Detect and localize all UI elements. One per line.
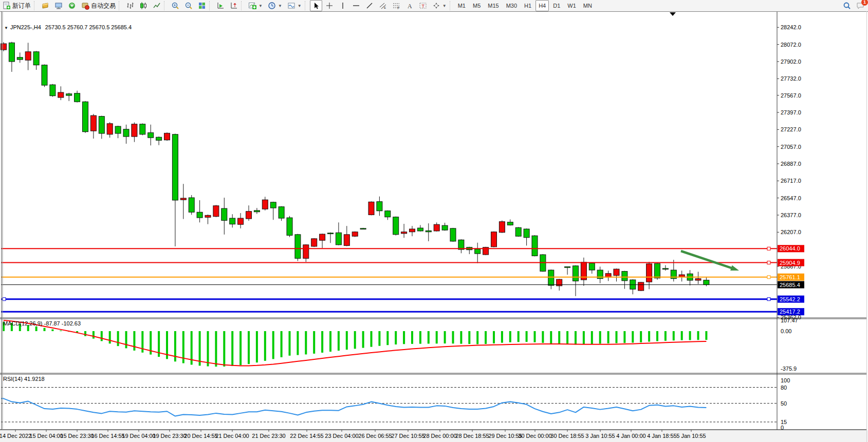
- timeframe-d1[interactable]: D1: [550, 0, 563, 11]
- symbol-dropdown-icon[interactable]: ▼: [4, 26, 8, 30]
- chevron-down-icon[interactable]: ▼: [298, 4, 302, 8]
- timeframe-m30[interactable]: M30: [503, 0, 520, 11]
- macd-bar: [338, 331, 340, 351]
- new-order-button[interactable]: 新订单: [1, 0, 33, 11]
- candle-body-down: [442, 225, 448, 230]
- timeframe-m5[interactable]: M5: [470, 0, 484, 11]
- arrows-button[interactable]: ▼: [430, 0, 449, 11]
- toolbar-separator: [241, 1, 245, 10]
- text-button[interactable]: A: [403, 0, 416, 11]
- fib-icon: F: [392, 2, 400, 10]
- toolbar-separator: [209, 1, 213, 10]
- chevron-down-icon[interactable]: ▼: [258, 4, 263, 8]
- candlestick-chart-button[interactable]: [137, 0, 150, 11]
- time-axis[interactable]: 14 Dec 202215 Dec 04:0015 Dec 23:3016 De…: [0, 430, 868, 442]
- chart-window[interactable]: 28242.028072.027902.027732.027567.027397…: [0, 11, 868, 442]
- macd-bar: [305, 331, 307, 354]
- macd-bar: [248, 331, 250, 364]
- macd-bar: [648, 331, 650, 342]
- macd-bar: [697, 331, 699, 340]
- candle-body-down: [254, 210, 260, 212]
- templates-button[interactable]: ▼: [285, 0, 304, 11]
- macd-bar: [566, 331, 568, 344]
- line-handle[interactable]: [3, 298, 6, 301]
- timeframe-mn[interactable]: MN: [580, 0, 595, 11]
- textT-icon: T: [419, 2, 427, 10]
- macd-bar: [133, 331, 135, 351]
- periods-button[interactable]: ▼: [266, 0, 284, 11]
- macd-bar: [681, 331, 683, 340]
- text-label-button[interactable]: T: [417, 0, 429, 11]
- candle-body-up: [614, 269, 619, 276]
- macd-bar: [272, 331, 274, 359]
- candle-body-up: [352, 232, 358, 236]
- candle-body-up: [647, 264, 652, 282]
- autotrading-button[interactable]: 自动交易: [79, 0, 118, 11]
- zoom-out-button[interactable]: [182, 0, 195, 11]
- search-button[interactable]: [841, 0, 853, 11]
- auto-scroll-button[interactable]: [214, 0, 227, 11]
- zoom-in-icon: [171, 2, 179, 10]
- hline-icon: [352, 2, 360, 10]
- macd-bar: [101, 331, 103, 341]
- candle-body-down: [172, 134, 178, 200]
- timeframe-h1[interactable]: H1: [521, 0, 534, 11]
- profile-button[interactable]: [52, 0, 65, 11]
- tile-windows-button[interactable]: [196, 0, 208, 11]
- price-tick-label: 26717.0: [781, 178, 801, 184]
- macd-bar: [526, 331, 528, 342]
- chart-canvas[interactable]: 28242.028072.027902.027732.027567.027397…: [0, 11, 868, 442]
- chart-title: ▼JPN225-,H425730.5 25760.7 25670.5 25685…: [4, 24, 132, 30]
- candle-body-down: [417, 228, 423, 231]
- line-handle[interactable]: [767, 276, 770, 279]
- candle-body-down: [75, 93, 80, 102]
- vertical-line-button[interactable]: [337, 0, 349, 11]
- timeframe-w1[interactable]: W1: [564, 0, 579, 11]
- candle-body-down: [475, 249, 481, 254]
- equidistant-channel-button[interactable]: E: [377, 0, 389, 11]
- candle-body-up: [434, 224, 439, 231]
- zoom-in-button[interactable]: [169, 0, 181, 11]
- candle-body-up: [638, 282, 644, 291]
- indicators-button[interactable]: ▼: [246, 0, 265, 11]
- time-tick-label: 14 Dec 2022: [0, 433, 31, 439]
- crosshair-button[interactable]: [323, 0, 336, 11]
- notification-badge: 1: [861, 0, 868, 6]
- candle-body-down: [507, 222, 513, 225]
- macd-bar: [117, 331, 119, 346]
- time-tick-label: 21 Dec 04:00: [215, 433, 249, 439]
- line-chart-button[interactable]: [151, 0, 163, 11]
- candle-body-down: [140, 124, 145, 134]
- timeframe-m1[interactable]: M1: [455, 0, 469, 11]
- macd-bar: [640, 331, 642, 342]
- line-handle[interactable]: [767, 247, 770, 250]
- chat-button[interactable]: 1: [854, 0, 866, 11]
- chart-window-button[interactable]: [39, 0, 51, 11]
- candle-body-up: [491, 232, 497, 247]
- trendline-button[interactable]: [363, 0, 376, 11]
- macd-axis-label: 107.47: [781, 317, 798, 323]
- line-handle[interactable]: [767, 261, 770, 264]
- line-handle[interactable]: [767, 298, 770, 301]
- candle-body-down: [655, 263, 660, 278]
- time-tick-label: 28 Dec 00:00: [423, 433, 456, 439]
- horizontal-line-button[interactable]: [350, 0, 362, 11]
- bar-chart-button[interactable]: [124, 0, 136, 11]
- cursor-button[interactable]: [310, 0, 322, 11]
- chart-shift-button[interactable]: [228, 0, 240, 11]
- candle-body-down: [83, 102, 88, 131]
- timeframe-h4[interactable]: H4: [535, 0, 549, 11]
- chevron-down-icon[interactable]: ▼: [278, 4, 282, 8]
- market-watch-button[interactable]: [66, 0, 78, 11]
- chevron-down-icon[interactable]: ▼: [442, 4, 447, 8]
- fibonacci-button[interactable]: F: [390, 0, 402, 11]
- macd-bar: [476, 331, 478, 344]
- candle-body-down: [548, 270, 554, 285]
- timeframe-m15[interactable]: M15: [485, 0, 502, 11]
- new-order-button-label: 新订单: [12, 2, 31, 10]
- price-line-badge-label: 25417.2: [780, 309, 800, 315]
- candle-body-down: [377, 202, 382, 211]
- candle-body-up: [213, 206, 219, 217]
- macd-bar: [509, 331, 511, 342]
- macd-bar: [583, 331, 585, 344]
